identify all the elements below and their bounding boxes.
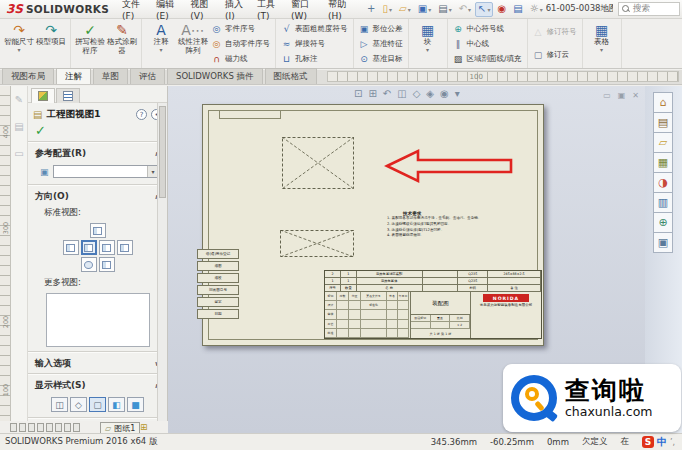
revision-cloud-button[interactable]: ▢修订云: [533, 48, 577, 61]
hide-show-items-icon[interactable]: ◉: [440, 88, 449, 99]
appearances-tab[interactable]: ◑: [653, 172, 673, 193]
design-library-tab[interactable]: ▤: [653, 112, 673, 133]
view-top-button[interactable]: [90, 223, 106, 238]
sheet-nav-button[interactable]: [73, 423, 80, 432]
area-hatch-fill-button[interactable]: ▨区域剖面线/填充: [453, 52, 522, 65]
restore-icon[interactable]: ▣: [618, 91, 626, 100]
note-button[interactable]: A注释▾: [145, 21, 177, 66]
hidden-lines-visible-button[interactable]: ◇: [70, 397, 87, 412]
datum-target-button[interactable]: ⊙基准目标: [359, 52, 403, 65]
chinese-mode-icon[interactable]: 中: [657, 435, 667, 449]
auto-balloon-button[interactable]: ◎自动零件序号: [211, 37, 270, 50]
drawing-view-placeholder-2[interactable]: [280, 230, 354, 259]
menu-item-1[interactable]: 编辑(E): [151, 0, 185, 23]
menu-item-3[interactable]: 插入(I): [220, 0, 252, 23]
display-style-icon[interactable]: ◈: [426, 88, 434, 99]
tab-草图[interactable]: 草图: [93, 68, 128, 84]
magnetic-line-button[interactable]: ∩磁力线: [211, 52, 270, 65]
sheet-nav-button[interactable]: [19, 423, 26, 432]
hidden-lines-removed-button[interactable]: ▢: [89, 397, 106, 412]
balloon-button[interactable]: ◎零件序号: [211, 22, 270, 35]
scrollbar-thumb[interactable]: [159, 106, 166, 198]
tab-configurations[interactable]: [56, 88, 80, 103]
format-painter-button[interactable]: ✎格式涂刷器: [106, 21, 138, 66]
tab-评估[interactable]: 评估: [130, 68, 165, 84]
weld-symbol-button[interactable]: ≈焊接符号: [281, 37, 348, 50]
add-sheet-button[interactable]: ⊞: [140, 422, 148, 432]
shaded-button[interactable]: ■: [127, 397, 144, 412]
options-button[interactable]: ☼▾: [527, 2, 546, 17]
centerline-button[interactable]: ‖中心线: [453, 37, 522, 50]
hole-callout-button[interactable]: ⊔孔标注: [281, 52, 348, 65]
forum-tab[interactable]: ⊕: [653, 212, 673, 233]
tab-图纸格式[interactable]: 图纸格式: [265, 68, 317, 84]
file-properties-button[interactable]: ▤: [510, 2, 525, 17]
view-right-button[interactable]: [99, 240, 115, 255]
surface-finish-button[interactable]: √表面粗糙度符号: [281, 22, 348, 35]
tab-propertymanager[interactable]: [31, 88, 55, 103]
sheet-nav-button[interactable]: [55, 423, 62, 432]
model-items-button[interactable]: ↷模型项目: [35, 21, 67, 66]
help-icon[interactable]: ?: [136, 109, 147, 120]
search-box[interactable]: 搜索: [618, 2, 680, 16]
pin-toolbar-icon[interactable]: +: [364, 2, 378, 17]
open-file-button[interactable]: ▱▾: [396, 2, 414, 17]
shaded-with-edges-button[interactable]: ◧: [108, 397, 125, 412]
minimize-icon[interactable]: ▭: [603, 91, 611, 100]
menu-item-0[interactable]: 文件(F): [117, 0, 151, 23]
linear-note-pattern-button[interactable]: A⋯线性注释阵列: [177, 21, 209, 66]
file-explorer-tab[interactable]: ▱: [653, 132, 673, 153]
sogou-icon[interactable]: S: [642, 436, 654, 448]
view-iso-button[interactable]: [117, 240, 133, 255]
menu-item-6[interactable]: 帮助(H): [323, 0, 358, 23]
spell-checker-button[interactable]: ✓拼写检验程序: [74, 21, 106, 66]
save-button[interactable]: ▣▾: [415, 2, 434, 17]
panel-scrollbar[interactable]: [157, 103, 167, 421]
view-trimetric-button[interactable]: [81, 257, 97, 272]
ok-checkmark-icon[interactable]: ✓: [28, 123, 167, 140]
section-view-icon[interactable]: ◫: [397, 88, 406, 99]
menu-item-4[interactable]: 工具(T): [252, 0, 286, 23]
section-reference-configuration[interactable]: 参考配置(R) ∧: [28, 144, 167, 162]
zoom-fit-icon[interactable]: ⊡: [354, 88, 362, 99]
tab-SOLIDWORKS 插件[interactable]: SOLIDWORKS 插件: [167, 68, 263, 84]
smart-dimension-button[interactable]: ↷智能尺寸▾: [3, 21, 35, 66]
new-file-button[interactable]: ▯▾: [379, 2, 395, 17]
previous-view-icon[interactable]: ↶: [383, 88, 391, 99]
tab-注解[interactable]: 注解: [56, 68, 91, 84]
zoom-area-icon[interactable]: ⊞: [368, 88, 376, 99]
wireframe-button[interactable]: ◫: [51, 397, 68, 412]
more-views-listbox[interactable]: [46, 293, 150, 347]
center-mark-button[interactable]: ⊕中心符号线: [453, 22, 522, 35]
chevron-down-icon[interactable]: ▾: [455, 88, 460, 99]
section-import-options[interactable]: 输入选项 ∨: [28, 354, 167, 372]
resources-home-tab[interactable]: ⌂: [653, 92, 673, 113]
undo-button[interactable]: ↶▾: [456, 2, 474, 17]
section-scale[interactable]: 比例(A) ∧: [28, 420, 167, 421]
menu-item-2[interactable]: 视图(V): [185, 0, 220, 23]
blocks-button[interactable]: ▦块▾: [412, 21, 444, 66]
section-orientation[interactable]: 方向(O) ∧: [28, 187, 167, 205]
view-orientation-icon[interactable]: ◇: [413, 88, 421, 99]
select-tool-button[interactable]: ↖▾: [475, 2, 493, 17]
sheet-nav-button[interactable]: [46, 423, 53, 432]
sheet-nav-button[interactable]: [28, 423, 35, 432]
view-bottom-button[interactable]: [99, 257, 115, 272]
configuration-dropdown[interactable]: ▾: [53, 165, 159, 178]
view-palette-tab[interactable]: ▦: [653, 152, 673, 173]
sheet-nav-button[interactable]: [37, 423, 44, 432]
drawing-sheet[interactable]: 技术要求 1. 装配前各零部件需清洗干净，去毛刺、去油污、去杂物。2. 连接处螺…: [202, 104, 544, 346]
custom-properties-tab[interactable]: ▥: [653, 192, 673, 213]
sheet-nav-button[interactable]: [64, 423, 71, 432]
section-display-style[interactable]: 显示样式(S) ∧: [28, 376, 167, 394]
view-front-button[interactable]: [63, 240, 79, 255]
close-icon[interactable]: ✕: [632, 91, 639, 100]
view-current-button[interactable]: [81, 240, 97, 255]
tab-视图布局[interactable]: 视图布局: [2, 68, 54, 84]
drawing-view-placeholder-1[interactable]: [282, 137, 354, 191]
sheet-nav-buttons[interactable]: [10, 423, 80, 432]
comments-tab[interactable]: ▣: [653, 232, 673, 253]
print-button[interactable]: ▤▾: [435, 2, 454, 17]
tables-button[interactable]: ▦表格▾: [586, 21, 618, 66]
menu-item-5[interactable]: 窗口(W): [286, 0, 323, 23]
